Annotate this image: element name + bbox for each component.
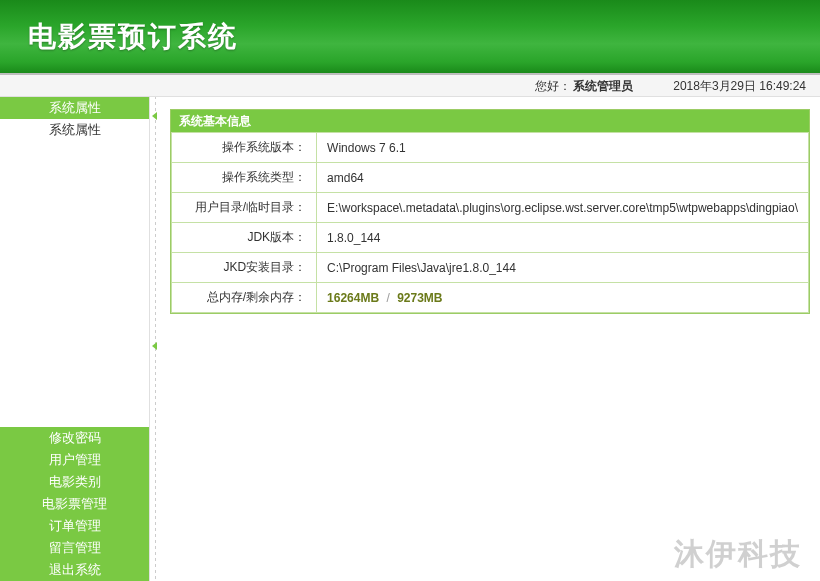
sidebar-resizer[interactable]: [150, 97, 160, 581]
sidebar-section-system-attr[interactable]: 系统属性: [0, 97, 149, 119]
sidebar-bottom: 修改密码 用户管理 电影类别 电影票管理 订单管理 留言管理 退出系统: [0, 427, 149, 581]
app-title: 电影票预订系统: [28, 18, 238, 56]
table-row: 操作系统版本： Windows 7 6.1: [172, 133, 809, 163]
row-label-os-version: 操作系统版本：: [172, 133, 317, 163]
greeting-label: 您好：: [535, 79, 571, 93]
row-label-memory: 总内存/剩余内存：: [172, 283, 317, 313]
memory-free: 9273MB: [397, 291, 442, 305]
table-row: JDK版本： 1.8.0_144: [172, 223, 809, 253]
sidebar-item-change-password[interactable]: 修改密码: [0, 427, 149, 449]
current-datetime: 2018年3月29日 16:49:24: [673, 79, 806, 93]
memory-total: 16264MB: [327, 291, 379, 305]
top-status-bar: 您好：系统管理员2018年3月29日 16:49:24: [0, 75, 820, 97]
sidebar: 系统属性 系统属性 修改密码 用户管理 电影类别 电影票管理 订单管理 留言管理…: [0, 97, 150, 581]
content-area: 系统基本信息 操作系统版本： Windows 7 6.1 操作系统类型： amd…: [160, 97, 820, 581]
system-info-panel: 系统基本信息 操作系统版本： Windows 7 6.1 操作系统类型： amd…: [170, 109, 810, 314]
panel-title: 系统基本信息: [171, 110, 809, 132]
row-label-jdk-home: JKD安装目录：: [172, 253, 317, 283]
table-row: 操作系统类型： amd64: [172, 163, 809, 193]
memory-separator: /: [386, 291, 389, 305]
sidebar-item-order-manage[interactable]: 订单管理: [0, 515, 149, 537]
row-label-jdk-version: JDK版本：: [172, 223, 317, 253]
sidebar-item-logout[interactable]: 退出系统: [0, 559, 149, 581]
sidebar-item-user-manage[interactable]: 用户管理: [0, 449, 149, 471]
sidebar-item-ticket-manage[interactable]: 电影票管理: [0, 493, 149, 515]
row-value-os-version: Windows 7 6.1: [317, 133, 809, 163]
main-area: 系统属性 系统属性 修改密码 用户管理 电影类别 电影票管理 订单管理 留言管理…: [0, 97, 820, 581]
row-label-os-arch: 操作系统类型：: [172, 163, 317, 193]
sidebar-item-movie-category[interactable]: 电影类别: [0, 471, 149, 493]
table-row: 用户目录/临时目录： E:\workspace\.metadata\.plugi…: [172, 193, 809, 223]
table-row: JKD安装目录： C:\Program Files\Java\jre1.8.0_…: [172, 253, 809, 283]
sidebar-item-system-attr[interactable]: 系统属性: [0, 119, 149, 141]
row-value-user-dir: E:\workspace\.metadata\.plugins\org.ecli…: [317, 193, 809, 223]
sidebar-top: 系统属性 系统属性: [0, 97, 149, 141]
row-label-user-dir: 用户目录/临时目录：: [172, 193, 317, 223]
system-info-table: 操作系统版本： Windows 7 6.1 操作系统类型： amd64 用户目录…: [171, 132, 809, 313]
sidebar-item-message-manage[interactable]: 留言管理: [0, 537, 149, 559]
app-header: 电影票预订系统: [0, 0, 820, 75]
row-value-memory: 16264MB / 9273MB: [317, 283, 809, 313]
table-row: 总内存/剩余内存： 16264MB / 9273MB: [172, 283, 809, 313]
current-user: 系统管理员: [573, 79, 633, 93]
row-value-jdk-version: 1.8.0_144: [317, 223, 809, 253]
row-value-jdk-home: C:\Program Files\Java\jre1.8.0_144: [317, 253, 809, 283]
row-value-os-arch: amd64: [317, 163, 809, 193]
